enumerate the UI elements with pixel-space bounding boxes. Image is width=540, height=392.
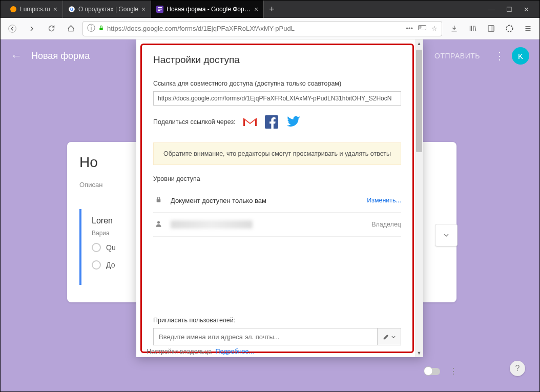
owner-role-label: Владелец [371, 221, 401, 228]
google-forms-app: ← Новая форма ОТПРАВИТЬ ⋮ K Но Описан Lo… [1, 39, 539, 391]
close-icon[interactable]: × [254, 5, 258, 13]
svg-rect-21 [156, 199, 160, 202]
question-menu-icon[interactable]: ⋮ [449, 366, 458, 376]
close-icon[interactable]: × [141, 5, 146, 13]
favicon-lumpics [10, 6, 17, 13]
svg-rect-6 [158, 10, 160, 11]
svg-rect-5 [158, 9, 162, 10]
access-levels-label: Уровни доступа [153, 175, 401, 182]
reader-icon[interactable] [418, 25, 426, 32]
invite-permission-button[interactable] [378, 328, 401, 345]
question-footer: ⋮ [425, 366, 458, 376]
svg-rect-8 [99, 28, 102, 30]
favicon-forms [156, 6, 163, 13]
toolbar-right [446, 21, 535, 36]
maximize-button[interactable]: ☐ [506, 6, 512, 13]
bookmark-icon[interactable]: ☆ [431, 25, 438, 32]
modal-scrollbar[interactable]: ▲ ▼ [415, 39, 423, 357]
scroll-up-icon[interactable]: ▲ [417, 41, 422, 46]
invite-label: Пригласить пользователей: [153, 317, 401, 324]
owner-settings-label: Настройки владельца [147, 348, 212, 355]
option-label: Qu [106, 243, 116, 252]
required-toggle[interactable] [425, 368, 440, 375]
favicon-google: G [68, 6, 75, 13]
home-button[interactable] [63, 21, 78, 36]
editor-notice: Обратите внимание, что редакторы смогут … [153, 142, 401, 165]
url-text: https://docs.google.com/forms/d/1EjqPFaX… [107, 25, 403, 32]
browser-tab-bar: Lumpics.ru × G О продуктах | Google × Но… [1, 1, 539, 18]
svg-rect-19 [243, 117, 257, 127]
modal-title: Настройки доступа [153, 54, 401, 66]
access-row-private: Документ доступен только вам Изменить... [153, 189, 401, 213]
minimize-button[interactable]: — [488, 6, 495, 13]
radio-icon [92, 260, 101, 270]
svg-rect-10 [420, 27, 422, 27]
invite-input[interactable] [153, 328, 378, 345]
svg-rect-13 [488, 26, 493, 31]
tab-label: О продуктах | Google [78, 6, 138, 13]
svg-point-0 [10, 6, 16, 12]
person-icon [153, 220, 163, 229]
owner-name-redacted [171, 220, 253, 229]
link-label: Ссылка для совместного доступа (доступна… [153, 80, 401, 87]
access-private-text: Документ доступен только вам [171, 197, 360, 204]
option-label: До [106, 261, 115, 269]
avatar[interactable]: K [512, 47, 529, 65]
browser-tab-1[interactable]: G О продуктах | Google × [63, 1, 151, 18]
browser-tab-0[interactable]: Lumpics.ru × [5, 1, 63, 18]
owner-settings-footer: Настройки владельца Подробнее... [147, 348, 254, 355]
scroll-thumb[interactable] [416, 50, 422, 152]
address-bar[interactable]: ⓘ https://docs.google.com/forms/d/1EjqPF… [82, 21, 442, 36]
invite-section: Пригласить пользователей: [153, 317, 401, 345]
forward-button[interactable] [24, 21, 39, 36]
addressbar-actions: ••• ☆ [406, 25, 438, 32]
close-icon[interactable]: × [53, 5, 57, 13]
share-modal: ▲ ▼ Настройки доступа Ссылка для совмест… [136, 39, 423, 357]
tab-label: Новая форма - Google Форм… [167, 6, 251, 13]
svg-rect-4 [158, 7, 162, 8]
back-arrow-icon[interactable]: ← [11, 49, 22, 63]
modal-content: Настройки доступа Ссылка для совместного… [140, 44, 414, 353]
share-via-row: Поделиться ссылкой через: [153, 115, 401, 129]
change-access-link[interactable]: Изменить... [367, 197, 401, 204]
close-window-button[interactable]: ✕ [524, 6, 529, 13]
question-type-dropdown[interactable] [435, 224, 458, 246]
extension-button[interactable] [502, 21, 517, 36]
svg-point-22 [157, 221, 160, 224]
back-button[interactable] [5, 21, 20, 36]
svg-point-7 [9, 25, 16, 32]
owner-settings-more-link[interactable]: Подробнее... [216, 348, 254, 355]
lock-icon [153, 196, 163, 205]
scroll-down-icon[interactable]: ▼ [417, 350, 422, 356]
downloads-button[interactable] [446, 21, 462, 36]
tab-label: Lumpics.ru [20, 6, 50, 13]
share-link-input[interactable] [153, 91, 401, 106]
svg-point-15 [506, 26, 512, 32]
access-row-owner: Владелец [153, 213, 401, 237]
window-controls: — ☐ ✕ [488, 6, 535, 13]
svg-rect-12 [420, 29, 421, 29]
svg-rect-11 [420, 28, 422, 28]
more-icon[interactable]: ••• [406, 25, 413, 32]
share-via-label: Поделиться ссылкой через: [153, 118, 236, 126]
browser-tab-2[interactable]: Новая форма - Google Форм… × [151, 1, 264, 18]
sidebar-button[interactable] [483, 21, 499, 36]
new-tab-button[interactable]: + [264, 4, 280, 15]
reload-button[interactable] [44, 21, 59, 36]
browser-toolbar: ⓘ https://docs.google.com/forms/d/1EjqPF… [1, 18, 539, 39]
kebab-menu-icon[interactable]: ⋮ [494, 50, 505, 62]
info-icon[interactable]: ⓘ [87, 23, 95, 34]
menu-button[interactable] [520, 21, 535, 36]
invite-row [153, 328, 401, 345]
library-button[interactable] [465, 21, 480, 36]
help-button[interactable]: ? [510, 361, 525, 376]
twitter-icon[interactable] [286, 115, 300, 129]
facebook-icon[interactable] [264, 115, 279, 129]
send-button[interactable]: ОТПРАВИТЬ [427, 48, 487, 64]
gmail-icon[interactable] [243, 115, 257, 129]
lock-icon [98, 25, 104, 32]
radio-icon [92, 243, 101, 252]
svg-text:G: G [70, 7, 73, 12]
